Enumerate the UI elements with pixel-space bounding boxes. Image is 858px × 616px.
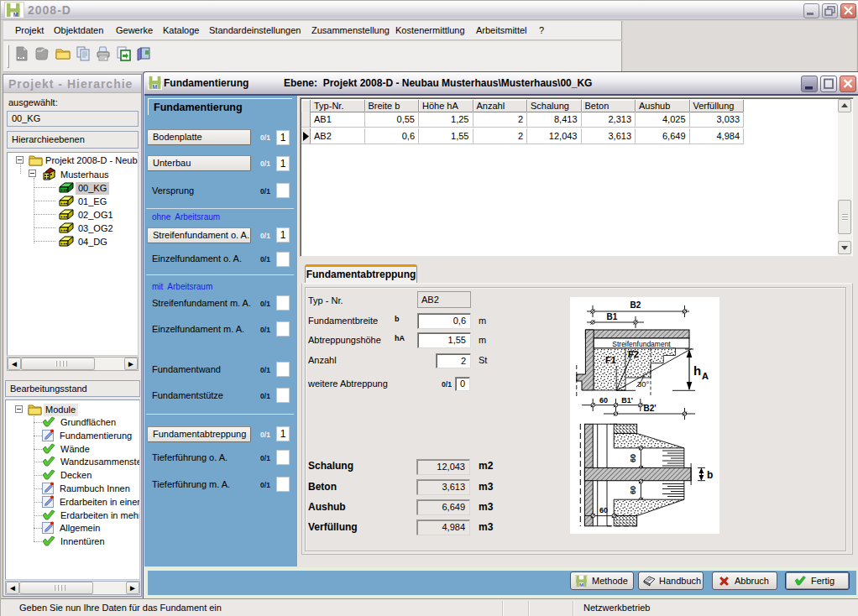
- svg-text:F1: F1: [605, 355, 616, 365]
- svg-text:M: M: [579, 582, 583, 587]
- svg-text:60: 60: [629, 486, 637, 494]
- svg-text:A: A: [702, 371, 709, 381]
- svg-text:60: 60: [629, 454, 637, 462]
- svg-text:B2': B2': [643, 404, 656, 413]
- svg-text:30°: 30°: [637, 379, 650, 389]
- svg-text:h: h: [693, 363, 701, 378]
- svg-text:60: 60: [599, 506, 608, 514]
- svg-text:Streifenfundament: Streifenfundament: [612, 340, 671, 348]
- svg-text:b: b: [707, 469, 713, 481]
- svg-text:M: M: [13, 12, 18, 18]
- svg-text:B2: B2: [630, 300, 641, 310]
- svg-text:B1': B1': [621, 396, 633, 405]
- svg-text:M: M: [153, 84, 158, 90]
- svg-text:F2: F2: [628, 349, 639, 359]
- svg-text:60: 60: [599, 396, 608, 405]
- svg-text:B1: B1: [607, 312, 618, 321]
